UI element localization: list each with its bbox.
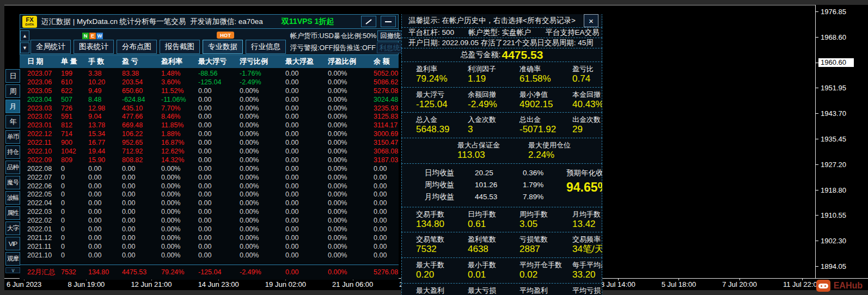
col-header: 最大浮盈 xyxy=(285,57,328,66)
table-cell: 0 xyxy=(61,199,88,207)
col-header: 日 期 xyxy=(27,57,61,66)
table-cell: 0.00% xyxy=(240,217,285,224)
draw-line-button[interactable] xyxy=(361,16,376,27)
table-cell: 0.00% xyxy=(240,148,285,155)
stat-label: 周均手数 xyxy=(519,210,572,219)
sidebar-item-属性[interactable]: 属性 xyxy=(5,206,20,220)
price-label: 1976.85 xyxy=(816,8,868,16)
tab-2[interactable]: 图表统计 xyxy=(74,40,114,54)
table-cell: 0.00% xyxy=(328,121,374,129)
table-cell: 199 xyxy=(61,70,88,77)
stat-row-section: 总入金5648.39入金次数3总出金-5071.92出金次数29 xyxy=(401,112,602,138)
stat-label: 余额回撤 xyxy=(468,90,519,100)
sidebar-collapse-chevron[interactable]: v xyxy=(5,267,20,273)
toolbar: ▲ ▼ 全局统计NEW图表统计分布点图报告截图HOT专业数据行业信息 帐户货币:… xyxy=(20,29,399,55)
table-row: 2021.1100.000.000.00%0.000.00%0.000.00%0… xyxy=(20,242,399,251)
platform-leverage: 平台杠杆: 500 xyxy=(408,28,454,38)
stat-label: 最小净值 xyxy=(519,90,572,100)
table-cell: 0.00% xyxy=(240,121,285,129)
time-label: 7 Jul 20:00 xyxy=(722,280,757,288)
table-row: 2023.0661010.20203.543.60%-125.04-2.49%0… xyxy=(20,78,399,87)
table-cell: 591 xyxy=(61,113,88,120)
table-cell: 2023.03 xyxy=(27,105,61,112)
stat-value: 4638 xyxy=(468,244,519,255)
tab-1[interactable]: 全局统计 xyxy=(30,40,71,54)
price-tick xyxy=(816,11,818,12)
table-cell: 0.00% xyxy=(161,199,198,207)
income-table: 日均收益20.250.36%周均收益101.261.79%月均收益445.537… xyxy=(425,167,562,203)
table-cell: 0.00 xyxy=(285,251,328,259)
tip-section: 温馨提示: 在帐户历史中，右击选择<所有交易记录> × xyxy=(401,14,602,28)
price-label: 1960.60 xyxy=(816,59,868,67)
table-cell: 0.00 xyxy=(122,199,161,207)
table-cell: 0.00% xyxy=(328,208,374,216)
col-header: 盈利率 xyxy=(161,57,198,66)
stat-cell: 准确率61.58% xyxy=(519,64,572,84)
annual-return-value: 94.65% xyxy=(566,179,602,195)
account-type: 帐户类型: 实盘帐户 xyxy=(468,28,531,38)
tab-4[interactable]: 报告截图 xyxy=(160,40,200,54)
minimize-button[interactable] xyxy=(381,16,396,27)
sidebar-item-VIP[interactable]: VIP xyxy=(5,237,20,250)
table-cell: 0.00% xyxy=(328,165,374,173)
close-button[interactable]: × xyxy=(584,14,598,27)
sidebar-item-大字[interactable]: 大字 xyxy=(5,222,20,235)
price-tick xyxy=(816,164,818,165)
stat-label: 交易笔数 xyxy=(416,235,468,244)
left-sidebar: 日周月年单币持仓品种魔号波幅属性大字VIP观摩v xyxy=(5,69,20,273)
table-cell: -88.56 xyxy=(198,70,240,77)
stat-label: 准确率 xyxy=(519,64,572,74)
table-cell: 0.00% xyxy=(240,199,285,207)
scroll-up-button[interactable]: ▲ xyxy=(20,30,29,41)
table-cell: 0.00 xyxy=(198,139,240,146)
price-label: 1902.30 xyxy=(816,237,868,245)
tab-wrap: 分布点图 xyxy=(117,40,157,54)
income-percent: 7.89% xyxy=(523,191,562,203)
income-row: 月均收益445.537.89% xyxy=(425,191,562,203)
table-row: 2022.0600.000.000.00%0.000.00%0.000.00%0… xyxy=(20,182,399,190)
stat-label: 最大手数 xyxy=(416,260,468,270)
table-row: 2021.1200.000.000.00%0.000.00%0.000.00%0… xyxy=(20,233,399,242)
table-cell: 0.00 xyxy=(198,243,240,250)
sidebar-item-月[interactable]: 月 xyxy=(5,100,20,113)
sidebar-item-日[interactable]: 日 xyxy=(5,69,20,83)
stat-cell: 最大使用仓位2.24% xyxy=(528,140,602,161)
table-cell: 0.00 xyxy=(122,225,161,233)
table-cell: 0.00% xyxy=(240,225,285,233)
time-label: 12 Jun 21:00 xyxy=(131,280,172,288)
sidebar-item-单币[interactable]: 单币 xyxy=(5,130,20,144)
tab-6[interactable]: 行业信息 xyxy=(246,40,286,54)
sidebar-item-魔号[interactable]: 魔号 xyxy=(5,176,20,189)
price-axis: 1976.851968.601960.601951.951943.701935.… xyxy=(815,5,868,278)
table-cell: 0.00 xyxy=(88,217,122,224)
sidebar-item-年[interactable]: 年 xyxy=(5,115,20,128)
tab-wrap: 报告截图 xyxy=(160,40,200,54)
table-cell: 106.22 xyxy=(122,130,161,138)
table-cell: 0.00 xyxy=(285,70,328,77)
table-cell: 0 xyxy=(61,165,88,173)
sidebar-item-周[interactable]: 周 xyxy=(5,84,20,98)
stat-value: 7532 xyxy=(416,244,468,255)
table-row: 2022.1190016.77952.6516.87%0.000.00%0.00… xyxy=(20,138,399,147)
price-value: 1918.80 xyxy=(821,186,846,194)
scroll-down-button[interactable]: ▼ xyxy=(20,42,29,53)
table-cell: 7.70% xyxy=(161,105,198,112)
table-cell: 0.00 xyxy=(374,217,399,224)
table-cell: 0.00% xyxy=(161,251,198,259)
table-cell: 8.46% xyxy=(161,113,198,120)
col-header: 盈 亏 xyxy=(122,57,161,66)
tab-5[interactable]: 专业数据 xyxy=(203,40,243,54)
vps-promo-link[interactable]: 双11VPS 1折起 xyxy=(282,17,334,27)
table-cell: 11.52% xyxy=(161,87,198,95)
stat-value: 134.80 xyxy=(416,219,468,230)
sidebar-item-波幅[interactable]: 波幅 xyxy=(5,191,20,205)
table-cell: 2022.03 xyxy=(27,208,61,216)
price-label: 1935.45 xyxy=(816,135,868,143)
panel-title-bar: FX DATA 迈汇数据 | MyfxData.cn 统计分析每一笔交易 开发请… xyxy=(20,14,399,29)
price-tick xyxy=(816,241,818,241)
tab-3[interactable]: 分布点图 xyxy=(117,40,157,54)
table-cell: 3187.03 xyxy=(374,156,399,164)
sidebar-item-持仓[interactable]: 持仓 xyxy=(5,145,20,159)
sidebar-item-观摩[interactable]: 观摩 xyxy=(5,252,20,266)
sidebar-item-品种[interactable]: 品种 xyxy=(5,161,20,174)
